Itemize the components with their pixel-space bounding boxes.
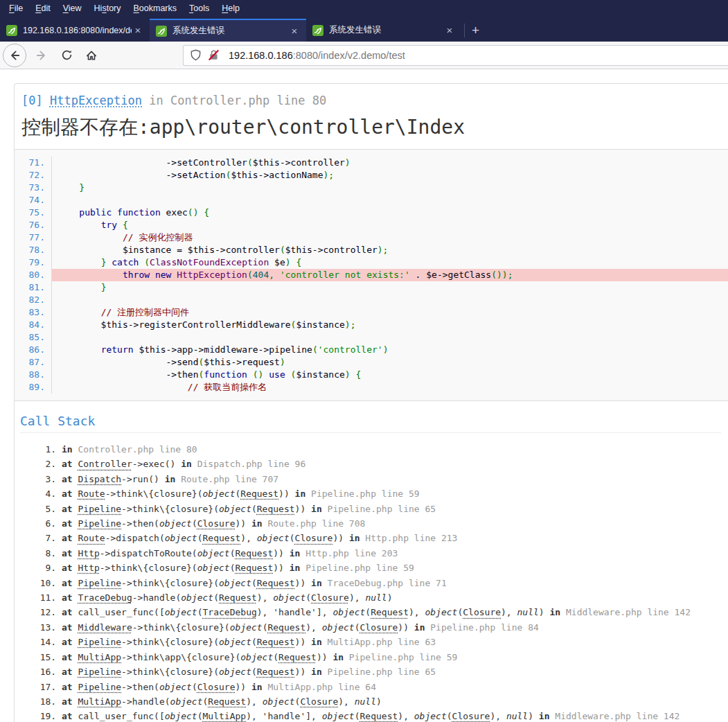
error-message-heading: 控制器不存在:app\router\controller\Index — [21, 116, 720, 139]
line-number: 79. — [15, 256, 51, 269]
home-button[interactable] — [82, 46, 101, 65]
back-button[interactable] — [3, 44, 26, 67]
class-name-abbr: Middleware — [78, 622, 132, 633]
menu-item-tools[interactable]: Tools — [183, 1, 215, 15]
class-name-abbr: Route — [78, 488, 105, 499]
code-line: 89. // 获取当前操作名 — [15, 381, 728, 394]
tab-title: 系统发生错误 — [329, 24, 443, 36]
call-stack-item: at Pipeline->then(object(Closure)) in Ro… — [62, 516, 721, 531]
file-location: Pipeline.php line 59 — [305, 563, 414, 573]
menu-bar: FileEditViewHistoryBookmarksToolsHelp — [0, 0, 728, 17]
code-line-error: 80. throw new HttpException(404, 'contro… — [15, 269, 728, 281]
tab-divider — [464, 24, 465, 37]
line-number: 72. — [15, 169, 51, 182]
code-line: 79. } catch (ClassNotFoundException $e) … — [15, 256, 728, 269]
file-location: MultiApp.php line 64 — [267, 682, 376, 692]
class-name-abbr: Request — [278, 652, 317, 662]
menu-item-file[interactable]: File — [3, 1, 29, 15]
line-number: 86. — [15, 344, 51, 356]
file-location: Pipeline.php line 65 — [328, 667, 436, 677]
class-name-abbr: Closure — [197, 682, 236, 692]
shield-icon[interactable] — [190, 49, 202, 61]
menu-item-view[interactable]: View — [57, 1, 88, 15]
code-text: // 注册控制器中间件 — [51, 306, 728, 319]
code-text: $this->registerControllerMiddleware($ins… — [51, 319, 728, 331]
code-line: 73. } — [15, 182, 728, 194]
call-stack-item: at Route->think\{closure}(object(Request… — [62, 486, 721, 501]
call-stack-item: at Controller->exec() in Dispatch.php li… — [62, 457, 721, 471]
back-arrow-icon — [12, 51, 19, 59]
new-tab-button[interactable]: + — [468, 24, 486, 42]
menu-item-bookmarks[interactable]: Bookmarks — [127, 1, 184, 15]
tab-close-icon[interactable]: × — [288, 25, 301, 37]
menu-item-edit[interactable]: Edit — [29, 1, 57, 15]
menu-item-history[interactable]: History — [88, 1, 127, 15]
code-text: } — [51, 182, 728, 194]
url-host: 192.168.0.186 — [229, 50, 293, 61]
class-name-abbr: Closure — [452, 711, 490, 721]
code-text: ->setAction($this->actionName); — [51, 169, 728, 182]
tab-close-icon[interactable]: × — [443, 24, 456, 36]
code-line: 88. ->then(function () use ($instance) { — [15, 369, 728, 381]
file-location: TraceDebug.php line 71 — [328, 578, 447, 588]
reload-button[interactable] — [57, 46, 76, 65]
line-number: 74. — [15, 194, 51, 206]
file-location: Dispatch.php line 96 — [197, 459, 306, 469]
url-text: 192.168.0.186:8080/index/v2.demo/test — [229, 50, 405, 61]
class-name-abbr: Request — [240, 488, 278, 499]
code-line: 78. $instance = $this->controller($this-… — [15, 244, 728, 256]
line-number: 83. — [15, 306, 51, 319]
class-name-abbr: Request — [235, 563, 273, 573]
code-line: 84. $this->registerControllerMiddleware(… — [15, 319, 728, 331]
tab-close-icon[interactable]: × — [132, 24, 144, 36]
file-location: Http.php line 213 — [365, 533, 457, 543]
call-stack-item: at TraceDebug->handle(object(Request), o… — [62, 590, 721, 605]
line-number: 85. — [15, 331, 51, 344]
line-number: 75. — [15, 206, 51, 219]
class-name-abbr: Pipeline — [78, 637, 121, 647]
class-name-abbr: Request — [219, 592, 257, 603]
class-name-abbr: MultiApp — [78, 696, 121, 707]
forward-arrow-icon — [37, 51, 44, 59]
class-name-abbr: Pipeline — [78, 667, 121, 677]
class-name-abbr: Closure — [295, 533, 333, 543]
file-location: Route.php line 707 — [181, 474, 278, 484]
menu-item-help[interactable]: Help — [215, 1, 246, 15]
file-location: Pipeline.php line 65 — [328, 504, 436, 514]
class-name-abbr: Closure — [463, 607, 501, 617]
code-text: // 获取当前操作名 — [51, 381, 728, 394]
line-number: 84. — [15, 319, 51, 331]
code-line: 75. public function exec() { — [15, 206, 728, 219]
code-text — [51, 194, 728, 206]
class-name-abbr: Request — [257, 504, 295, 514]
class-name-abbr: Request — [371, 607, 409, 617]
browser-tab-3[interactable]: 系统发生错误× — [306, 19, 461, 42]
browser-tab-2[interactable]: 系统发生错误× — [150, 19, 306, 42]
forward-button[interactable] — [32, 46, 51, 65]
call-stack-section: Call Stack in Controller.php line 80at C… — [15, 401, 728, 722]
line-number: 78. — [15, 244, 51, 256]
line-number: 87. — [15, 356, 51, 369]
code-line: 81. } — [15, 281, 728, 294]
navigation-toolbar: 192.168.0.186:8080/index/v2.demo/test — [0, 42, 728, 69]
class-name-abbr: Route — [78, 533, 105, 543]
url-bar[interactable]: 192.168.0.186:8080/index/v2.demo/test — [183, 45, 728, 66]
line-number: 71. — [15, 157, 51, 169]
browser-tab-1[interactable]: 192.168.0.186:8080/index/de× — [0, 19, 150, 42]
exception-location-link[interactable]: in Controller.php line 80 — [142, 94, 326, 107]
call-stack-item: at Route->dispatch(object(Request), obje… — [62, 531, 721, 545]
tab-bar: 192.168.0.186:8080/index/de×系统发生错误×系统发生错… — [0, 17, 728, 42]
class-name-abbr: TraceDebug — [78, 592, 132, 603]
code-text: ->then(function () use ($instance) { — [51, 369, 728, 381]
file-location: Pipeline.php line 59 — [349, 652, 458, 662]
code-text: public function exec() { — [51, 206, 728, 219]
call-stack-item: at Pipeline->then(object(Closure)) in Mu… — [62, 680, 721, 694]
class-name-abbr: Pipeline — [78, 578, 121, 588]
line-number: 76. — [15, 219, 51, 231]
insecure-lock-icon[interactable] — [208, 49, 220, 61]
code-text: ->send($this->request) — [51, 356, 728, 369]
class-name-abbr: Request — [257, 578, 295, 588]
code-line: 83. // 注册控制器中间件 — [15, 306, 728, 319]
class-name-abbr: Request — [203, 533, 241, 543]
file-location: Controller.php line 80 — [78, 444, 197, 455]
